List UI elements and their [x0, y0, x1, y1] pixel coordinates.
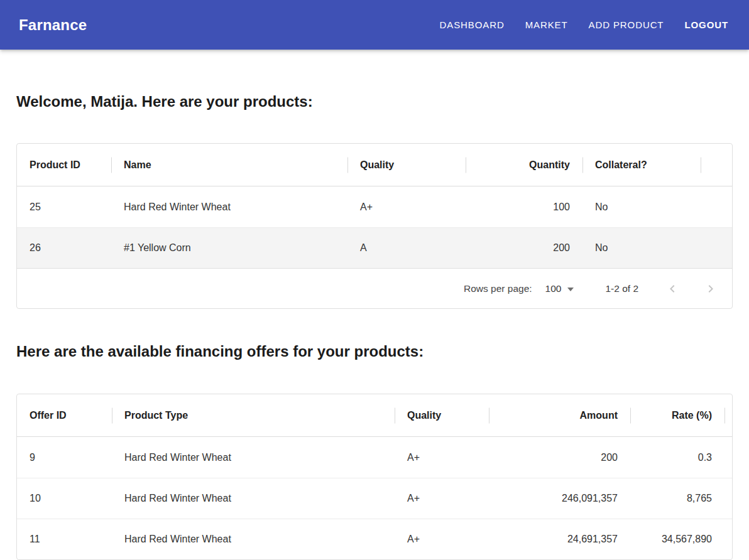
cell-quantity: 200 [466, 242, 582, 254]
rows-per-page-label: Rows per page: [464, 283, 532, 294]
rows-per-page-value: 100 [545, 283, 562, 294]
products-table-header: Product ID Name Quality Quantity Collate… [17, 144, 732, 186]
cell-name: #1 Yellow Corn [111, 242, 347, 254]
cell-rate: 8,765 [630, 493, 724, 504]
cell-rate: 0.3 [630, 452, 724, 463]
column-header-spacer [724, 394, 732, 436]
offers-heading: Here are the available financing offers … [16, 343, 733, 360]
column-header-rate: Rate (%) [630, 410, 724, 421]
cell-quality: A+ [395, 493, 489, 504]
table-row[interactable]: 11 Hard Red Winter Wheat A+ 24,691,357 3… [17, 519, 732, 559]
column-header-collateral: Collateral? [582, 159, 701, 171]
cell-collateral: No [582, 202, 701, 213]
products-table: Product ID Name Quality Quantity Collate… [16, 143, 733, 309]
cell-offer-id: 9 [17, 452, 112, 463]
cell-collateral: No [582, 242, 701, 254]
dropdown-arrow-icon [567, 288, 574, 291]
cell-amount: 24,691,357 [489, 534, 630, 545]
table-row[interactable]: 10 Hard Red Winter Wheat A+ 246,091,357 … [17, 478, 732, 519]
previous-page-button[interactable] [665, 281, 680, 296]
column-header-product-type: Product Type [112, 410, 395, 421]
table-row[interactable]: 26 #1 Yellow Corn A 200 No [17, 227, 732, 268]
column-header-product-id: Product ID [17, 159, 111, 171]
column-header-quantity: Quantity [466, 159, 582, 171]
table-row[interactable]: 25 Hard Red Winter Wheat A+ 100 No [17, 186, 732, 227]
cell-quality: A [347, 242, 466, 254]
cell-amount: 200 [489, 452, 630, 463]
nav-item-add-product[interactable]: ADD PRODUCT [589, 19, 664, 30]
main-content: Welcome, Matija. Here are your products:… [0, 93, 749, 560]
cell-product-id: 25 [17, 202, 111, 213]
nav-item-market[interactable]: MARKET [525, 19, 568, 30]
column-header-name: Name [111, 159, 347, 171]
cell-quality: A+ [395, 534, 489, 545]
brand-logo[interactable]: Farnance [19, 16, 87, 34]
welcome-heading: Welcome, Matija. Here are your products: [16, 93, 733, 110]
cell-offer-id: 11 [17, 534, 112, 545]
offers-table-header: Offer ID Product Type Quality Amount Rat… [17, 394, 732, 437]
cell-product-id: 26 [17, 242, 111, 254]
products-table-pagination: Rows per page: 100 1-2 of 2 [17, 268, 732, 308]
column-header-quality: Quality [395, 410, 489, 421]
app-bar: Farnance DASHBOARD MARKET ADD PRODUCT LO… [0, 0, 749, 50]
nav-item-dashboard[interactable]: DASHBOARD [440, 19, 505, 30]
cell-amount: 246,091,357 [489, 493, 630, 504]
column-header-quality: Quality [347, 159, 466, 171]
main-nav: DASHBOARD MARKET ADD PRODUCT LOGOUT [440, 19, 729, 30]
cell-product-type: Hard Red Winter Wheat [112, 452, 395, 463]
pagination-range: 1-2 of 2 [605, 283, 638, 294]
table-row[interactable]: 9 Hard Red Winter Wheat A+ 200 0.3 [17, 437, 732, 478]
nav-item-logout[interactable]: LOGOUT [684, 19, 728, 30]
cell-product-type: Hard Red Winter Wheat [112, 534, 395, 545]
next-page-button[interactable] [703, 281, 718, 296]
cell-name: Hard Red Winter Wheat [111, 202, 347, 213]
chevron-left-icon [665, 281, 680, 296]
column-header-spacer [701, 144, 732, 186]
chevron-right-icon [703, 281, 718, 296]
offers-table: Offer ID Product Type Quality Amount Rat… [16, 394, 733, 560]
cell-offer-id: 10 [17, 493, 112, 504]
cell-quality: A+ [347, 202, 466, 213]
cell-product-type: Hard Red Winter Wheat [112, 493, 395, 504]
column-header-amount: Amount [489, 410, 630, 421]
cell-rate: 34,567,890 [630, 534, 724, 545]
cell-quantity: 100 [466, 202, 582, 213]
cell-quality: A+ [395, 452, 489, 463]
rows-per-page-select[interactable]: 100 [545, 283, 574, 294]
column-header-offer-id: Offer ID [17, 410, 112, 421]
